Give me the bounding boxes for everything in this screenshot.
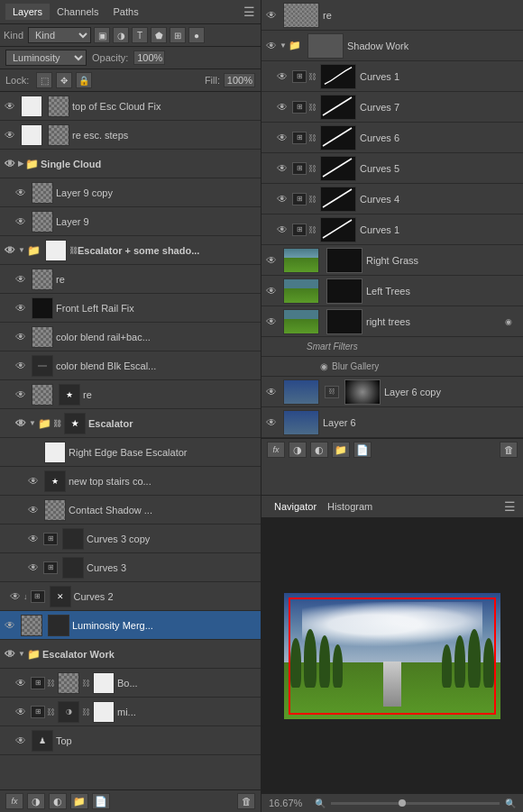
- group-arrow-icon[interactable]: ▼: [280, 41, 287, 50]
- group-layer-item[interactable]: 👁 ▼ 📁 Escalator Work: [0, 640, 261, 669]
- layer-item[interactable]: 👁 ↓ ⊞ ✕ Curves 2: [0, 582, 261, 611]
- adjustment-button[interactable]: ◐: [49, 793, 67, 809]
- visibility-icon[interactable]: 👁: [13, 704, 29, 720]
- navigator-menu-icon[interactable]: ☰: [504, 499, 516, 514]
- layer-item[interactable]: 👁 re esc. steps: [0, 121, 261, 150]
- visibility-icon[interactable]: 👁: [263, 283, 280, 299]
- layer-item[interactable]: 👁 re: [0, 265, 261, 294]
- layer-item[interactable]: 👁 ⊞ Curves 3: [0, 553, 261, 582]
- layer-item[interactable]: 👁 ⊞ Curves 3 copy: [0, 525, 261, 553]
- tab-histogram[interactable]: Histogram: [322, 499, 378, 514]
- right-layer-item[interactable]: 👁 Right Grass: [262, 245, 523, 276]
- right-layer-item[interactable]: 👁 ⊞ ⛓ Curves 4: [262, 184, 523, 214]
- tab-channels[interactable]: Channels: [50, 4, 106, 20]
- zoom-in-icon[interactable]: 🔍: [505, 798, 516, 808]
- group-arrow-icon[interactable]: ▼: [18, 246, 25, 254]
- right-layer-item[interactable]: 👁 ⊞ ⛓ Curves 1: [262, 214, 523, 245]
- new-layer-button-right[interactable]: 📄: [353, 442, 372, 458]
- visibility-icon[interactable]: 👁: [2, 127, 18, 143]
- visibility-icon[interactable]: 👁: [2, 242, 18, 259]
- right-group-layer-item[interactable]: 👁 ▼ 📁 Shadow Work: [262, 31, 523, 61]
- visibility-icon[interactable]: 👁: [25, 531, 41, 547]
- visibility-icon[interactable]: 👁: [13, 733, 29, 749]
- visibility-icon[interactable]: 👁: [274, 191, 290, 207]
- group-arrow-icon[interactable]: ▼: [29, 419, 36, 427]
- right-layer-item[interactable]: 👁 right trees ◉: [262, 306, 523, 337]
- tab-layers[interactable]: Layers: [5, 4, 50, 20]
- visibility-icon[interactable]: 👁: [13, 675, 29, 691]
- layer-item[interactable]: 👁 Contact Shadow ...: [0, 496, 261, 525]
- tab-navigator[interactable]: Navigator: [269, 499, 322, 514]
- right-layer-item[interactable]: 👁 ⊞ ⛓ Curves 7: [262, 92, 523, 123]
- shape-filter-icon[interactable]: ⬟: [151, 27, 167, 43]
- layer-item[interactable]: 👁 Front Left Rail Fix: [0, 294, 261, 323]
- visibility-icon[interactable]: 👁: [263, 384, 280, 400]
- visibility-icon[interactable]: 👁: [263, 38, 280, 54]
- visibility-icon[interactable]: 👁: [13, 358, 29, 374]
- right-layer-item[interactable]: 👁 ⊞ ⛓ Curves 1: [262, 61, 523, 92]
- tab-paths[interactable]: Paths: [106, 4, 146, 20]
- visibility-icon[interactable]: 👁: [263, 314, 280, 330]
- lock-all-icon[interactable]: 🔒: [76, 72, 92, 88]
- delete-layer-button[interactable]: 🗑: [237, 793, 255, 809]
- layer-item[interactable]: 👁 ♟ Top: [0, 726, 261, 755]
- visibility-icon[interactable]: 👁: [274, 222, 290, 238]
- group-layer-item[interactable]: 👁 ▶ 📁 Single Cloud: [0, 150, 261, 178]
- adjustment-filter-icon[interactable]: ◑: [113, 27, 129, 43]
- visibility-icon[interactable]: 👁: [2, 156, 18, 172]
- layer-item[interactable]: 👁 color blend rail+bac...: [0, 323, 261, 351]
- group-arrow-icon[interactable]: ▼: [18, 650, 25, 658]
- visibility-icon[interactable]: 👁: [263, 7, 280, 23]
- visibility-icon[interactable]: 👁: [13, 387, 29, 403]
- lock-position-icon[interactable]: ✥: [56, 72, 72, 88]
- layer-item[interactable]: 👁 ★ new top stairs co...: [0, 467, 261, 496]
- kind-select[interactable]: Kind: [28, 27, 91, 43]
- layer-item[interactable]: 👁 ⊞ ⛓ ⛓ Bo...: [0, 669, 261, 698]
- visibility-icon[interactable]: [25, 444, 41, 461]
- new-group-button[interactable]: 📁: [70, 793, 88, 809]
- type-filter-icon[interactable]: T: [132, 27, 148, 43]
- visibility-icon[interactable]: 👁: [274, 130, 290, 146]
- layer-item[interactable]: 👁 Layer 9 copy: [0, 178, 261, 207]
- layer-item[interactable]: 👁 ★ re: [0, 380, 261, 409]
- zoom-out-icon[interactable]: 🔍: [315, 798, 326, 808]
- visibility-icon[interactable]: 👁: [13, 185, 29, 201]
- new-layer-button[interactable]: 📄: [92, 793, 110, 809]
- layer-item[interactable]: 👁 top of Esc Cloud Fix: [0, 92, 261, 121]
- lock-pixels-icon[interactable]: ⬚: [36, 72, 52, 88]
- visibility-icon[interactable]: 👁: [2, 98, 18, 114]
- adjustment-button-right[interactable]: ◐: [310, 442, 328, 458]
- visibility-icon[interactable]: 👁: [7, 588, 23, 605]
- visibility-icon[interactable]: 👁: [274, 68, 290, 85]
- visibility-icon[interactable]: 👁: [25, 560, 41, 576]
- visibility-icon[interactable]: 👁: [2, 646, 18, 662]
- right-layer-item[interactable]: 👁 ⛓ Layer 6 copy: [262, 377, 523, 407]
- panel-menu-icon[interactable]: ☰: [243, 5, 255, 19]
- visibility-icon[interactable]: 👁: [263, 415, 280, 431]
- group-layer-item[interactable]: 👁 ▼ 📁 ⛓ Escalator + some shado...: [0, 236, 261, 265]
- right-layer-item[interactable]: 👁 ⊞ ⛓ Curves 6: [262, 123, 523, 153]
- visibility-icon[interactable]: 👁: [13, 214, 29, 230]
- right-layer-item[interactable]: 👁 Layer 6: [262, 407, 523, 438]
- layer-item[interactable]: 👁 Luminosity Merg...: [0, 611, 261, 640]
- visibility-icon[interactable]: 👁: [274, 160, 290, 177]
- visibility-icon[interactable]: 👁: [13, 329, 29, 345]
- layer-item[interactable]: Right Edge Base Escalator: [0, 438, 261, 467]
- group-layer-item[interactable]: 👁 ▼ 📁 ⛓ ★ Escalator: [0, 409, 261, 438]
- smart-filter-icon[interactable]: ⊞: [170, 27, 186, 43]
- right-layer-item[interactable]: 👁 re: [262, 0, 523, 31]
- opacity-input[interactable]: [133, 50, 165, 65]
- visibility-icon[interactable]: 👁: [274, 99, 290, 115]
- add-mask-button[interactable]: ◑: [27, 793, 45, 809]
- group-arrow-icon[interactable]: ▶: [18, 160, 23, 168]
- right-layer-item[interactable]: 👁 Left Trees: [262, 276, 523, 306]
- blend-mode-select[interactable]: Luminosity: [5, 50, 87, 66]
- visibility-icon[interactable]: 👁: [25, 502, 41, 518]
- zoom-slider[interactable]: [331, 802, 500, 805]
- layer-item[interactable]: 👁 color blend Blk Escal...: [0, 351, 261, 380]
- toggle-filter-icon[interactable]: ●: [188, 27, 205, 43]
- pixel-filter-icon[interactable]: ▣: [94, 27, 110, 43]
- fill-input[interactable]: [224, 73, 255, 87]
- visibility-icon[interactable]: 👁: [25, 473, 41, 489]
- layer-item[interactable]: 👁 ⊞ ⛓ ◑ ⛓ mi...: [0, 698, 261, 726]
